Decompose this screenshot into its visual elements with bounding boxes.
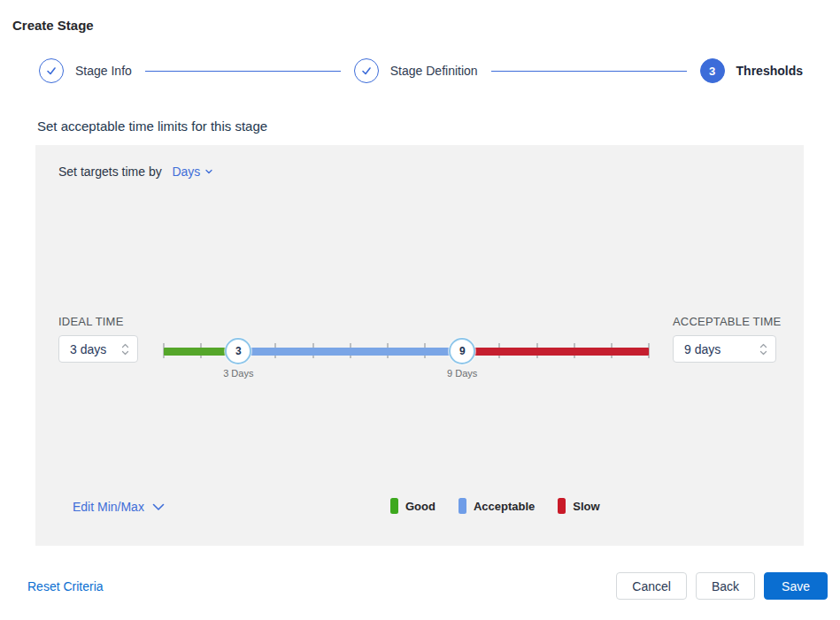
acceptable-handle[interactable]: 9 xyxy=(449,338,475,364)
ideal-handle-label: 3 Days xyxy=(223,368,253,379)
cancel-button[interactable]: Cancel xyxy=(616,572,687,600)
step-complete-check-icon xyxy=(354,58,379,83)
chevron-down-icon xyxy=(121,350,129,356)
slow-swatch-icon xyxy=(558,498,566,514)
acceptable-handle-label: 9 Days xyxy=(447,368,477,379)
save-button[interactable]: Save xyxy=(764,572,828,600)
acceptable-time-group: ACCEPTABLE TIME 9 days xyxy=(673,315,781,363)
acceptable-time-value: 9 days xyxy=(674,342,759,356)
ideal-time-input[interactable]: 3 days xyxy=(58,335,138,363)
edit-minmax-label: Edit Min/Max xyxy=(73,500,144,514)
ideal-time-label: IDEAL TIME xyxy=(58,315,138,328)
chevron-down-icon xyxy=(759,350,767,356)
ideal-time-value: 3 days xyxy=(59,342,121,356)
legend-label: Acceptable xyxy=(474,500,535,513)
stepper-step-thresholds[interactable]: 3 Thresholds xyxy=(700,58,803,83)
unit-dropdown-value: Days xyxy=(172,165,200,179)
reset-criteria-link[interactable]: Reset Criteria xyxy=(27,579,104,593)
stepper-connector xyxy=(491,71,687,72)
chevron-up-icon xyxy=(121,343,129,348)
acceptable-time-stepper[interactable] xyxy=(759,343,775,356)
legend-label: Slow xyxy=(573,500,599,513)
chevron-down-icon xyxy=(152,503,165,511)
good-swatch-icon xyxy=(390,498,398,514)
acceptable-swatch-icon xyxy=(459,498,466,514)
legend-item-acceptable: Acceptable xyxy=(459,498,535,514)
ideal-time-stepper[interactable] xyxy=(121,343,137,356)
legend-item-good: Good xyxy=(390,498,435,514)
ideal-time-group: IDEAL TIME 3 days xyxy=(58,315,138,363)
ideal-handle[interactable]: 3 xyxy=(225,338,251,364)
slow-segment xyxy=(462,348,649,356)
step-complete-check-icon xyxy=(39,58,64,83)
page-title: Create Stage xyxy=(12,18,840,33)
chevron-up-icon xyxy=(759,343,767,348)
step-number-badge: 3 xyxy=(700,58,725,83)
step-label: Thresholds xyxy=(736,64,803,78)
back-button[interactable]: Back xyxy=(696,572,755,600)
acceptable-segment xyxy=(238,348,462,356)
footer-actions: Reset Criteria Cancel Back Save xyxy=(27,572,828,600)
slider-legend: Good Acceptable Slow xyxy=(390,498,623,514)
stepper-step-stage-definition[interactable]: Stage Definition xyxy=(354,58,478,83)
legend-item-slow: Slow xyxy=(558,498,599,514)
step-label: Stage Definition xyxy=(390,64,478,78)
legend-label: Good xyxy=(405,500,435,513)
edit-minmax-toggle[interactable]: Edit Min/Max xyxy=(73,500,165,514)
set-targets-label: Set targets time by xyxy=(58,165,162,179)
step-label: Stage Info xyxy=(75,64,132,78)
chevron-down-icon xyxy=(204,167,213,176)
acceptable-time-label: ACCEPTABLE TIME xyxy=(673,315,781,328)
time-slider[interactable]: 33 Days99 Days xyxy=(164,338,649,380)
set-targets-row: Set targets time by Days xyxy=(58,165,213,179)
section-heading: Set acceptable time limits for this stag… xyxy=(37,119,840,134)
stepper-connector xyxy=(145,71,341,72)
thresholds-panel: Set targets time by Days IDEAL TIME 3 da… xyxy=(35,145,804,546)
stepper-step-stage-info[interactable]: Stage Info xyxy=(39,58,132,83)
unit-dropdown[interactable]: Days xyxy=(172,165,213,179)
stepper: Stage Info Stage Definition 3 Thresholds xyxy=(39,58,803,83)
acceptable-time-input[interactable]: 9 days xyxy=(673,335,776,363)
